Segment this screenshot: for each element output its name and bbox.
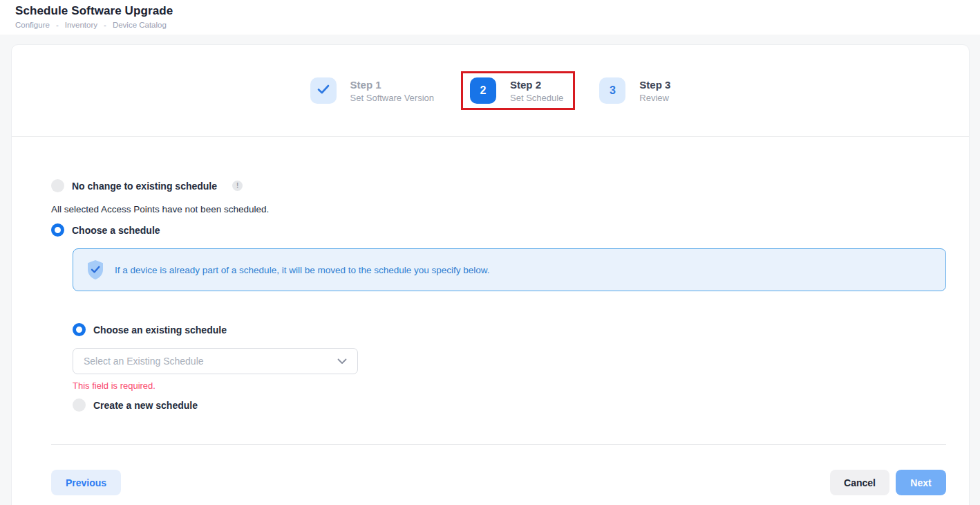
page-title: Schedule Software Upgrade	[15, 4, 980, 18]
existing-schedule-select[interactable]: Select an Existing Schedule	[73, 348, 358, 374]
step-2-subtitle: Set Schedule	[510, 93, 563, 103]
radio-option-no-change[interactable]: No change to existing schedule !	[51, 179, 946, 192]
page-background: Step 1 Set Software Version 2 Step 2 Set…	[0, 35, 980, 505]
radio-option-existing-schedule[interactable]: Choose an existing schedule	[73, 323, 946, 336]
radio-option-choose-schedule[interactable]: Choose a schedule	[51, 223, 946, 237]
radio-existing-schedule-label: Choose an existing schedule	[93, 324, 227, 336]
step-1-title: Step 1	[350, 79, 434, 91]
step-3-subtitle: Review	[639, 93, 670, 103]
footer-divider	[51, 444, 946, 445]
stepper-step-2[interactable]: 2 Step 2 Set Schedule	[470, 77, 563, 104]
step-3-badge: 3	[599, 77, 625, 104]
info-banner-text: If a device is already part of a schedul…	[115, 265, 490, 275]
info-banner: If a device is already part of a schedul…	[73, 248, 946, 291]
breadcrumb-item-device-catalog[interactable]: Device Catalog	[113, 21, 167, 29]
breadcrumb-item-inventory[interactable]: Inventory	[65, 21, 97, 29]
radio-option-new-schedule[interactable]: Create a new schedule	[73, 398, 946, 412]
cancel-button[interactable]: Cancel	[830, 470, 889, 495]
radio-new-schedule-control[interactable]	[73, 398, 86, 412]
radio-no-change-label: No change to existing schedule	[72, 181, 217, 192]
previous-button[interactable]: Previous	[51, 470, 121, 495]
chevron-down-icon	[337, 358, 347, 365]
info-icon[interactable]: !	[232, 181, 243, 191]
validation-error: This field is required.	[73, 380, 946, 391]
radio-no-change-control[interactable]	[51, 179, 64, 192]
stepper-step-1[interactable]: Step 1 Set Software Version	[310, 77, 434, 104]
radio-new-schedule-label: Create a new schedule	[93, 400, 198, 411]
radio-existing-schedule-control[interactable]	[73, 323, 86, 336]
stepper-step-3[interactable]: 3 Step 3 Review	[599, 77, 670, 104]
topbar: Schedule Software Upgrade Configure - In…	[0, 0, 980, 35]
step-2-badge: 2	[470, 77, 496, 104]
schedule-status-note: All selected Access Points have not been…	[51, 204, 946, 214]
step-1-badge	[310, 77, 337, 104]
radio-choose-schedule-label: Choose a schedule	[72, 225, 160, 236]
step-content: No change to existing schedule ! All sel…	[12, 179, 969, 495]
breadcrumb-separator: -	[56, 21, 59, 29]
wizard-stepper: Step 1 Set Software Version 2 Step 2 Set…	[12, 45, 969, 137]
wizard-footer: Previous Cancel Next	[51, 470, 946, 495]
next-button[interactable]: Next	[896, 470, 946, 495]
wizard-card: Step 1 Set Software Version 2 Step 2 Set…	[11, 44, 970, 505]
radio-choose-schedule-control[interactable]	[51, 223, 64, 237]
step-3-title: Step 3	[639, 79, 670, 91]
step-1-subtitle: Set Software Version	[350, 93, 434, 103]
breadcrumb-separator: -	[104, 21, 106, 29]
shield-check-icon	[86, 259, 104, 280]
breadcrumb-item-configure[interactable]: Configure	[15, 21, 50, 29]
check-icon	[317, 84, 330, 97]
breadcrumb: Configure - Inventory - Device Catalog	[15, 21, 980, 29]
select-placeholder: Select an Existing Schedule	[84, 356, 204, 367]
step-2-title: Step 2	[510, 79, 563, 91]
